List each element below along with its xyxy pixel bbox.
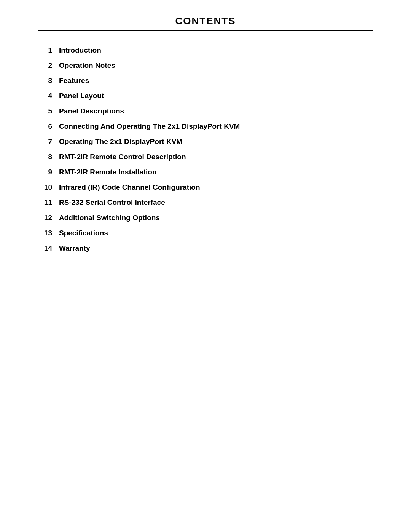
toc-item-number: 2	[38, 61, 59, 70]
toc-item: 3Features	[38, 77, 373, 85]
toc-item-number: 6	[38, 122, 59, 131]
toc-item: 9RMT-2IR Remote Installation	[38, 168, 373, 176]
toc-item-label: Features	[59, 77, 89, 85]
toc-item-label: Panel Layout	[59, 92, 104, 100]
toc-item: 14Warranty	[38, 244, 373, 252]
toc-item-number: 7	[38, 137, 59, 146]
toc-item-number: 5	[38, 107, 59, 115]
toc-item-number: 14	[38, 244, 59, 252]
toc-item: 4Panel Layout	[38, 92, 373, 100]
toc-item: 12Additional Switching Options	[38, 214, 373, 222]
toc-item: 13Specifications	[38, 229, 373, 237]
toc-item-number: 12	[38, 214, 59, 222]
toc-item-number: 1	[38, 46, 59, 54]
page-title: CONTENTS	[38, 15, 373, 27]
toc-item-number: 11	[38, 198, 59, 207]
toc-item-label: RMT-2IR Remote Installation	[59, 168, 157, 176]
page: CONTENTS 1Introduction2Operation Notes3F…	[0, 0, 411, 532]
toc-item: 6Connecting And Operating The 2x1 Displa…	[38, 122, 373, 131]
toc-list: 1Introduction2Operation Notes3Features4P…	[38, 46, 373, 252]
toc-item-number: 8	[38, 153, 59, 161]
toc-item-number: 13	[38, 229, 59, 237]
toc-item: 8RMT-2IR Remote Control Description	[38, 153, 373, 161]
toc-item-label: Introduction	[59, 46, 101, 54]
toc-item: 1Introduction	[38, 46, 373, 54]
toc-item-label: Operation Notes	[59, 61, 115, 70]
toc-item: 7Operating The 2x1 DisplayPort KVM	[38, 137, 373, 146]
toc-item-label: Warranty	[59, 244, 90, 252]
toc-item-number: 3	[38, 77, 59, 85]
toc-item-label: Additional Switching Options	[59, 214, 160, 222]
toc-item-label: RS-232 Serial Control Interface	[59, 198, 165, 207]
toc-item-label: Connecting And Operating The 2x1 Display…	[59, 122, 240, 131]
toc-item-label: Specifications	[59, 229, 108, 237]
toc-item: 11RS-232 Serial Control Interface	[38, 198, 373, 207]
toc-item-label: RMT-2IR Remote Control Description	[59, 153, 186, 161]
toc-item-label: Panel Descriptions	[59, 107, 124, 115]
toc-item-label: Infrared (IR) Code Channel Configuration	[59, 183, 200, 192]
toc-item-number: 10	[38, 183, 59, 192]
toc-item-number: 9	[38, 168, 59, 176]
toc-item: 2Operation Notes	[38, 61, 373, 70]
toc-item: 5Panel Descriptions	[38, 107, 373, 115]
toc-item: 10Infrared (IR) Code Channel Configurati…	[38, 183, 373, 192]
toc-item-label: Operating The 2x1 DisplayPort KVM	[59, 137, 182, 146]
toc-item-number: 4	[38, 92, 59, 100]
header-section: CONTENTS	[38, 15, 373, 31]
title-divider	[38, 30, 373, 31]
